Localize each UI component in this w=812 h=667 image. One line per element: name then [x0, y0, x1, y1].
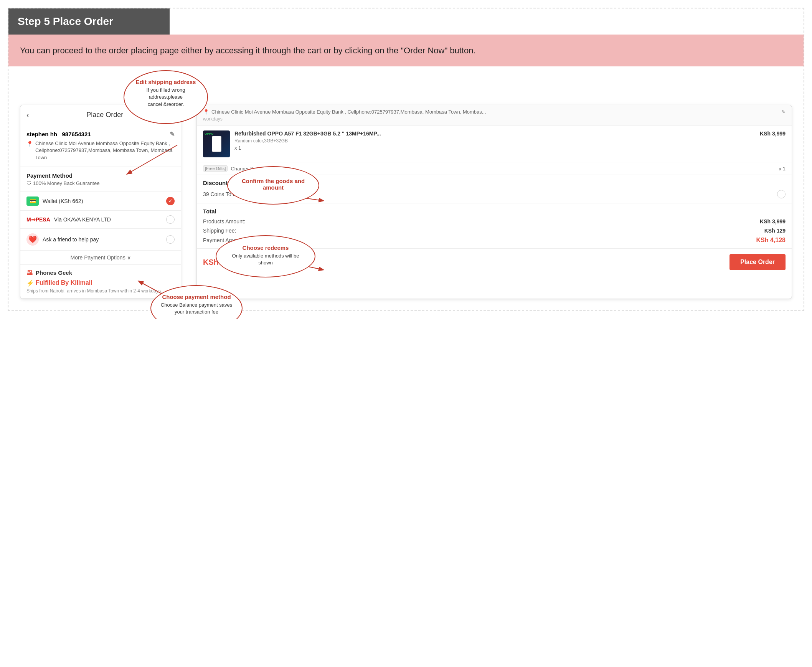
- store-icon: 🗳: [27, 269, 33, 276]
- money-back-text: 100% Money Back Guarantee: [33, 180, 99, 186]
- page-container: Step 5 Place Order You can proceed to th…: [8, 8, 804, 311]
- user-name-row: stephen hh 987654321 ✎: [27, 131, 175, 138]
- product-image: OPPO: [203, 131, 230, 158]
- friend-pay-label: Ask a friend to help pay: [43, 236, 162, 242]
- back-icon[interactable]: ‹: [27, 111, 29, 119]
- product-row: OPPO Refurbished OPPO A57 F1 32GB+3GB 5.…: [197, 126, 792, 163]
- total-title: Total: [203, 208, 785, 214]
- callout-payment-body: Choose Balance payment savesyour transac…: [157, 302, 236, 315]
- callout-redeems-title: Choose redeems: [224, 244, 307, 251]
- shipping-amount: KSh 129: [764, 227, 785, 234]
- callout-payment-title: Choose payment method: [157, 294, 236, 300]
- user-info-section: stephen hh 987654321 ✎ 📍 Chinese Clinic …: [20, 125, 181, 167]
- address-line: 📍 Chinese Clinic Moi Avenue Mombasa Oppo…: [27, 140, 175, 161]
- store-name: Phones Geek: [36, 269, 72, 276]
- callout-goods: Confirm the goods and amount: [227, 166, 319, 204]
- intro-text: You can proceed to the order placing pag…: [20, 46, 476, 55]
- shield-icon: 🛡: [27, 180, 31, 186]
- money-back-guarantee: 🛡 100% Money Back Guarantee: [27, 180, 175, 186]
- store-name-row: 🗳 Phones Geek: [27, 269, 175, 276]
- callout-shipping: Edit shipping address If you filled wron…: [124, 70, 208, 124]
- edit-icon[interactable]: ✎: [170, 131, 175, 138]
- friend-pay-radio[interactable]: [166, 235, 175, 244]
- callout-shipping-title: Edit shipping address: [130, 79, 202, 85]
- gift-label: Charger Sets phones Acce...: [230, 166, 776, 171]
- products-amount-row: Products Amount: KSh 3,999: [203, 218, 785, 224]
- fulfilled-by-label: Fulfilled By Kilimall: [36, 279, 93, 286]
- product-variant: Random color,3GB+32GB: [234, 138, 785, 144]
- products-amount: KSh 3,999: [760, 218, 785, 224]
- wallet-icon: 💳: [27, 196, 39, 206]
- user-name-text: stephen hh 987654321: [27, 131, 91, 138]
- shipping-label: Shipping Fee:: [203, 227, 236, 234]
- user-name: stephen hh: [27, 131, 57, 138]
- more-options-label: More Payment Options ∨: [70, 254, 131, 260]
- friend-pay-option[interactable]: ❤️ Ask a friend to help pay: [20, 229, 181, 251]
- order-address-text: Chinese Clinic Moi Avenue Mombasa Opposi…: [211, 109, 486, 115]
- pin-icon-summary: 📍: [203, 109, 209, 115]
- phone-mockup: ‹ Place Order stephen hh 987654321 ✎ 📍 C…: [20, 105, 181, 299]
- callout-redeems-body: Only available methods will be shown: [224, 252, 307, 266]
- product-name: Refurbished OPPO A57 F1 32GB+3GB 5.2 " 1…: [234, 131, 381, 137]
- edit-icon-summary[interactable]: ✎: [781, 109, 785, 115]
- mpesa-logo: M➡PESA: [27, 216, 50, 222]
- coins-radio[interactable]: [777, 190, 785, 198]
- place-order-button[interactable]: Place Order: [729, 254, 785, 270]
- mpesa-radio[interactable]: [166, 215, 175, 224]
- callout-shipping-body: If you filled wrong address,pleasecancel…: [130, 87, 202, 108]
- order-summary-header: 📍 Chinese Clinic Moi Avenue Mombasa Oppo…: [197, 105, 792, 126]
- wallet-label: Wallet (KSh 662): [43, 198, 162, 204]
- pin-icon: 📍: [27, 141, 33, 147]
- fulfilled-by: ⚡ Fulfilled By Kilimall: [27, 279, 175, 287]
- mpesa-label: Via OKAVA KENYA LTD: [54, 216, 162, 222]
- product-info: Refurbished OPPO A57 F1 32GB+3GB 5.2 " 1…: [234, 131, 785, 151]
- step-header: Step 5 Place Order: [8, 8, 170, 35]
- address-text: Chinese Clinic Moi Avenue Mombasa Opposi…: [35, 140, 175, 161]
- step-title: Step 5 Place Order: [18, 15, 113, 27]
- mpesa-option[interactable]: M➡PESA Via OKAVA KENYA LTD: [20, 211, 181, 229]
- intro-bar: You can proceed to the order placing pag…: [8, 35, 804, 66]
- product-qty: x 1: [234, 145, 785, 151]
- gift-badge: [Free Gifts]: [203, 166, 227, 171]
- phone-shape: [212, 136, 221, 152]
- user-phone: 987654321: [62, 131, 91, 138]
- payment-method-title: Payment Method: [27, 172, 175, 179]
- callout-goods-title: Confirm the goods and amount: [235, 178, 311, 191]
- callout-redeems: Choose redeems Only available methods wi…: [215, 235, 315, 277]
- main-content: Edit shipping address If you filled wron…: [8, 66, 804, 310]
- products-label: Products Amount:: [203, 218, 245, 224]
- ships-from: Ships from Nairobi, arrives in Mombasa T…: [27, 288, 175, 294]
- product-price: KSh 3,999: [760, 131, 785, 137]
- more-payment-options[interactable]: More Payment Options ∨: [20, 251, 181, 265]
- payment-amount: KSh 4,128: [756, 237, 785, 244]
- friend-pay-icon: ❤️: [27, 233, 39, 246]
- wallet-option[interactable]: 💳 Wallet (KSh 662): [20, 192, 181, 211]
- workdays-text: workdays: [203, 116, 785, 122]
- payment-method-section: Payment Method 🛡 100% Money Back Guarant…: [20, 167, 181, 192]
- lightning-icon: ⚡: [27, 279, 34, 287]
- order-address-row: 📍 Chinese Clinic Moi Avenue Mombasa Oppo…: [203, 109, 785, 115]
- gift-qty: x 1: [779, 166, 785, 171]
- shipping-fee-row: Shipping Fee: KSh 129: [203, 227, 785, 234]
- wallet-radio[interactable]: [166, 197, 175, 205]
- oppo-badge: OPPO: [204, 132, 213, 136]
